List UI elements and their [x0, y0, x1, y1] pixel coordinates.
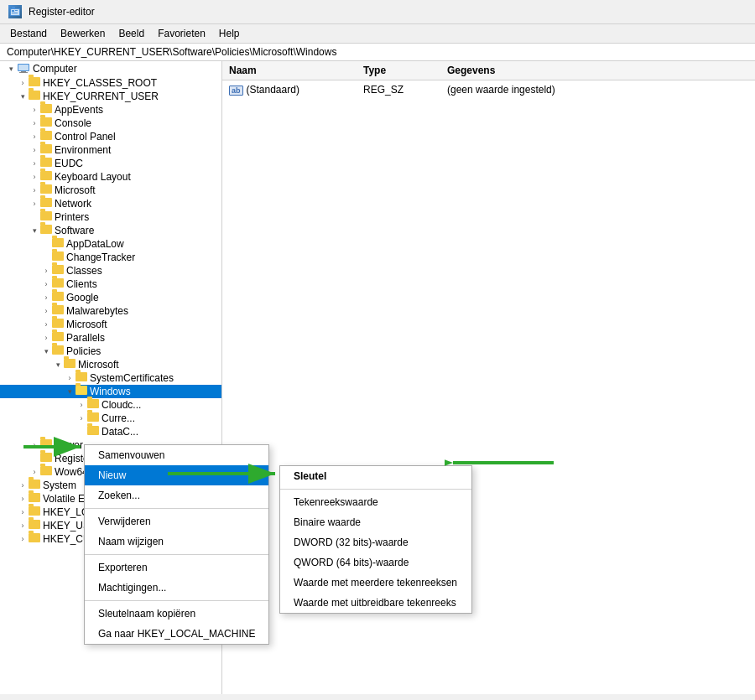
- folder-icon-classes: [29, 77, 40, 89]
- folder-icon-curre: [87, 412, 99, 424]
- expander-microsoft2: ›: [40, 320, 52, 329]
- expander-eudc: ›: [29, 159, 40, 168]
- tree-item-parallels[interactable]: › Parallels: [0, 331, 221, 345]
- malwarebytes-label: Malwarebytes: [66, 305, 128, 317]
- tree-item-google[interactable]: › Google: [0, 291, 221, 304]
- sub-menu-binaire[interactable]: Binaire waarde: [280, 512, 471, 532]
- tree-item-software[interactable]: ▾ Software: [0, 224, 221, 237]
- col-naam: Naam: [222, 63, 357, 78]
- menu-help[interactable]: Help: [214, 26, 245, 41]
- expander-console: ›: [29, 119, 40, 127]
- separator-3: [85, 600, 268, 601]
- expander-hkey-current-config: ›: [17, 535, 29, 543]
- tree-item-eudc[interactable]: › EUDC: [0, 157, 221, 170]
- folder-icon-volatile: [29, 493, 40, 505]
- expander-current-user: ▾: [17, 92, 29, 101]
- tree-item-cloudc[interactable]: › Cloudc...: [0, 398, 221, 412]
- tree-item-microsoft[interactable]: › Microsoft: [0, 184, 221, 197]
- menu-bewerken[interactable]: Bewerken: [55, 26, 110, 41]
- tree-item-pol-microsoft[interactable]: ▾ Microsoft: [0, 358, 221, 371]
- context-menu-ga-naar[interactable]: Ga naar HKEY_LOCAL_MACHINE: [85, 624, 268, 644]
- tree-item-console[interactable]: › Console: [0, 117, 221, 130]
- address-text: Computer\HKEY_CURRENT_USER\Software\Poli…: [7, 46, 336, 58]
- tree-item-keyboard-layout[interactable]: › Keyboard Layout: [0, 170, 221, 184]
- tree-item-changetracker[interactable]: ChangeTracker: [0, 251, 221, 264]
- tree-item-appevents[interactable]: › AppEvents: [0, 103, 221, 117]
- expander-google: ›: [40, 293, 52, 302]
- context-menu-verwijderen[interactable]: Verwijderen: [85, 511, 268, 531]
- app-icon: [8, 5, 22, 18]
- folder-icon-microsoft2: [52, 319, 64, 330]
- tree-item-classes[interactable]: › Classes: [0, 264, 221, 277]
- expander-parallels: ›: [40, 334, 52, 342]
- folder-icon-clients: [52, 278, 64, 290]
- tree-item-hkey-current-user[interactable]: ▾ HKEY_CURRENT_USER: [0, 90, 221, 103]
- appevents-label: AppEvents: [55, 104, 103, 116]
- context-menu-zoeken[interactable]: Zoeken...: [85, 485, 268, 506]
- network-label: Network: [55, 198, 91, 210]
- folder-icon-classes2: [52, 265, 64, 277]
- tree-item-clients[interactable]: › Clients: [0, 277, 221, 291]
- sub-menu-qword[interactable]: QWORD (64 bits)-waarde: [280, 552, 471, 573]
- menu-beeld[interactable]: Beeld: [113, 26, 149, 41]
- expander-systemcertificates: ›: [64, 374, 76, 382]
- folder-icon-environment: [40, 144, 52, 156]
- hkey-classes-root-label: HKEY_CLASSES_ROOT: [43, 77, 157, 89]
- expander-cloudc: ›: [76, 401, 87, 409]
- folder-icon-control-panel: [40, 131, 52, 143]
- sub-menu-meerdere[interactable]: Waarde met meerdere tekenreeksen: [280, 573, 471, 593]
- folder-icon-eudc: [40, 158, 52, 169]
- expander-classes: ›: [17, 79, 29, 87]
- context-menu-naam-wijzigen[interactable]: Naam wijzigen: [85, 531, 268, 552]
- context-menu-samenvouwen[interactable]: Samenvouwen: [85, 445, 268, 465]
- tree-item-microsoft2[interactable]: › Microsoft: [0, 318, 221, 331]
- separator-2: [85, 554, 268, 555]
- sub-menu-sleutel[interactable]: Sleutel: [280, 466, 471, 486]
- tree-item-systemcertificates[interactable]: › SystemCertificates: [0, 371, 221, 385]
- folder-icon-malwarebytes: [52, 305, 64, 317]
- context-menu-machtigingen[interactable]: Machtigingen...: [85, 578, 268, 598]
- hkey-current-user-label: HKEY_CURRENT_USER: [43, 91, 159, 102]
- microsoft-label: Microsoft: [55, 184, 96, 196]
- folder-icon-keyboard-layout: [40, 171, 52, 183]
- expander-volatile: ›: [17, 495, 29, 503]
- menu-bestand[interactable]: Bestand: [5, 26, 52, 41]
- details-row-standard[interactable]: ab(Standaard) REG_SZ (geen waarde ingest…: [222, 80, 755, 99]
- expander-environment: ›: [29, 146, 40, 154]
- green-arrow-windows: [23, 434, 91, 459]
- windows-label: Windows: [90, 386, 131, 397]
- expander-hkey-users: ›: [17, 521, 29, 530]
- green-arrow-nieuw: [168, 464, 285, 485]
- changetracker-label: ChangeTracker: [66, 251, 135, 263]
- expander-windows: ▾: [64, 387, 76, 396]
- tree-item-environment[interactable]: › Environment: [0, 143, 221, 157]
- tree-item-policies[interactable]: ▾ Policies: [0, 345, 221, 358]
- tree-item-network[interactable]: › Network: [0, 197, 221, 210]
- folder-icon-current-user: [29, 91, 40, 102]
- green-arrow-sleutel: [445, 453, 554, 474]
- expander-software: ▾: [29, 226, 40, 235]
- context-menu-sleutelnaam[interactable]: Sleutelnaam kopiëren: [85, 604, 268, 624]
- details-type: REG_SZ: [357, 82, 440, 97]
- cloudc-label: Cloudc...: [102, 399, 141, 411]
- tree-item-curre[interactable]: › Curre...: [0, 412, 221, 425]
- parallels-label: Parallels: [66, 332, 105, 344]
- sub-menu-uitbreidbare[interactable]: Waarde met uitbreidbare tekenreeks: [280, 593, 471, 613]
- details-gegevens: (geen waarde ingesteld): [440, 82, 755, 97]
- tree-item-printers[interactable]: Printers: [0, 210, 221, 224]
- tree-item-control-panel[interactable]: › Control Panel: [0, 130, 221, 143]
- tree-item-appdatalow[interactable]: AppDataLow: [0, 237, 221, 251]
- sub-menu-dword[interactable]: DWORD (32 bits)-waarde: [280, 532, 471, 552]
- folder-icon-google: [52, 292, 64, 303]
- folder-icon-wow6432node: [40, 466, 52, 478]
- folder-icon-appdatalow: [52, 238, 64, 250]
- pol-microsoft-label: Microsoft: [78, 359, 119, 371]
- menu-favorieten[interactable]: Favorieten: [153, 26, 211, 41]
- tree-item-windows[interactable]: ▾ Windows: [0, 385, 221, 398]
- folder-icon-appevents: [40, 104, 52, 116]
- sub-menu-tekenreeks[interactable]: Tekenreekswaarde: [280, 492, 471, 512]
- tree-item-malwarebytes[interactable]: › Malwarebytes: [0, 304, 221, 318]
- classes-label: Classes: [66, 265, 102, 277]
- svg-rect-9: [19, 72, 28, 73]
- context-menu-exporteren[interactable]: Exporteren: [85, 557, 268, 578]
